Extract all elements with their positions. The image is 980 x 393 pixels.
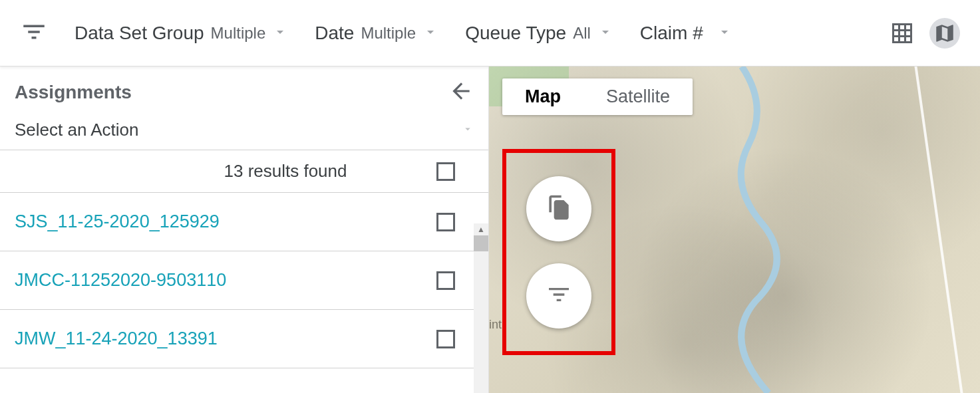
panel-title: Assignments: [15, 82, 132, 103]
map-panel[interactable]: Map Satellite int: [489, 66, 980, 393]
row-checkbox[interactable]: [436, 271, 455, 290]
select-all-checkbox[interactable]: [436, 162, 455, 181]
assignment-link[interactable]: JMW_11-24-2020_13391: [15, 328, 436, 349]
action-select-label: Select an Action: [15, 120, 138, 140]
filter-value: All: [573, 24, 591, 43]
map-view-button[interactable]: [929, 18, 960, 49]
filter-label: Date: [315, 23, 354, 44]
filter-queue-type[interactable]: Queue Type All: [465, 23, 613, 44]
filter-label: Queue Type: [465, 23, 566, 44]
map-type-toggle: Map Satellite: [502, 78, 693, 115]
tools-highlight-box: [502, 149, 615, 355]
assignment-link[interactable]: JMCC-11252020-9503110: [15, 270, 436, 291]
action-select[interactable]: Select an Action: [0, 114, 488, 150]
scroll-up-icon[interactable]: ▲: [474, 223, 488, 235]
filter-data-set-group[interactable]: Data Set Group Multiple: [75, 23, 288, 44]
filter-label: Data Set Group: [75, 23, 204, 44]
panel-header: Assignments: [0, 66, 488, 114]
scrollbar[interactable]: ▲: [474, 223, 488, 393]
filter-icon: [546, 281, 572, 311]
filter-toolbar: Data Set Group Multiple Date Multiple Qu…: [0, 0, 980, 66]
chevron-down-icon: [597, 24, 613, 43]
chevron-down-icon: [422, 24, 438, 43]
filter-value: Multiple: [361, 24, 416, 43]
chevron-down-icon: [272, 24, 288, 43]
filter-claim-number[interactable]: Claim #: [640, 23, 733, 44]
filter-icon[interactable]: [20, 18, 48, 49]
main-content: Assignments Select an Action 13 results …: [0, 66, 980, 393]
view-toggle: [887, 18, 960, 49]
grid-view-button[interactable]: [887, 18, 917, 49]
filter-value: Multiple: [211, 24, 266, 43]
row-checkbox[interactable]: [436, 213, 455, 231]
assignment-row[interactable]: SJS_11-25-2020_125929: [0, 193, 488, 251]
chevron-down-icon: [717, 24, 733, 43]
filter-date[interactable]: Date Multiple: [315, 23, 438, 44]
filter-tool-button[interactable]: [526, 263, 591, 328]
assignment-link[interactable]: SJS_11-25-2020_125929: [15, 211, 436, 232]
row-checkbox[interactable]: [436, 330, 455, 348]
filter-label: Claim #: [640, 23, 703, 44]
satellite-tab[interactable]: Satellite: [583, 78, 693, 115]
documents-icon: [544, 193, 573, 225]
assignment-row[interactable]: JMCC-11252020-9503110: [0, 251, 488, 310]
chevron-down-icon: [462, 123, 474, 138]
results-header-row: 13 results found: [0, 150, 488, 193]
map-tab[interactable]: Map: [502, 78, 583, 115]
map-river: [715, 66, 835, 393]
documents-tool-button[interactable]: [526, 176, 591, 241]
results-count: 13 results found: [15, 161, 436, 182]
scrollbar-thumb[interactable]: [474, 235, 488, 251]
assignments-panel: Assignments Select an Action 13 results …: [0, 66, 489, 393]
map-label: int: [489, 318, 502, 332]
collapse-arrow-icon[interactable]: [448, 78, 474, 106]
assignment-row[interactable]: JMW_11-24-2020_13391: [0, 310, 488, 368]
